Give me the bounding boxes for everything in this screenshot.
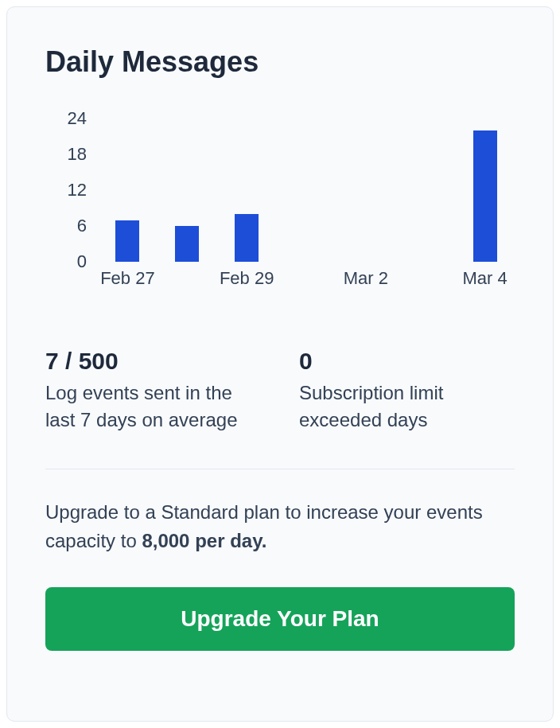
chart-plot	[98, 119, 515, 262]
chart-bar-slot	[336, 119, 395, 262]
upgrade-text-bold: 8,000 per day.	[142, 530, 266, 551]
chart-x-tick: Feb 27	[98, 268, 158, 289]
chart-y-tick: 24	[45, 108, 87, 129]
chart-y-tick: 6	[45, 216, 87, 236]
chart-bar	[115, 220, 139, 263]
chart-bar-slot	[217, 119, 277, 262]
stat-average-label: Log events sent in the last 7 days on av…	[45, 380, 261, 434]
daily-messages-chart: 06121824 Feb 27.Feb 29.Mar 2.Mar 4	[45, 119, 515, 302]
stat-average: 7 / 500 Log events sent in the last 7 da…	[45, 348, 261, 434]
stat-exceeded: 0 Subscription limit exceeded days	[299, 348, 515, 434]
chart-bar-slot	[158, 119, 217, 262]
chart-y-tick: 18	[45, 144, 87, 165]
chart-x-axis: Feb 27.Feb 29.Mar 2.Mar 4	[98, 268, 515, 289]
chart-y-axis: 06121824	[45, 119, 93, 262]
chart-bar	[235, 214, 259, 262]
chart-x-tick: Mar 4	[455, 268, 515, 289]
chart-x-tick: Feb 29	[217, 268, 277, 289]
chart-bar-slot	[455, 119, 515, 262]
chart-y-tick: 0	[45, 251, 87, 272]
chart-bars	[98, 119, 515, 262]
divider	[45, 469, 515, 469]
stat-exceeded-label: Subscription limit exceeded days	[299, 380, 515, 434]
stat-exceeded-value: 0	[299, 348, 515, 375]
stat-average-value: 7 / 500	[45, 348, 261, 375]
daily-messages-card: Daily Messages 06121824 Feb 27.Feb 29.Ma…	[6, 6, 554, 722]
chart-x-tick: Mar 2	[336, 268, 395, 289]
card-title: Daily Messages	[45, 45, 515, 79]
chart-bar-slot	[277, 119, 336, 262]
chart-bar-slot	[395, 119, 455, 262]
chart-bar	[175, 226, 199, 262]
stats-row: 7 / 500 Log events sent in the last 7 da…	[45, 348, 515, 434]
chart-bar	[473, 130, 497, 262]
upgrade-plan-button[interactable]: Upgrade Your Plan	[45, 587, 515, 651]
upgrade-text: Upgrade to a Standard plan to increase y…	[45, 498, 515, 555]
chart-bar-slot	[98, 119, 158, 262]
chart-y-tick: 12	[45, 180, 87, 200]
